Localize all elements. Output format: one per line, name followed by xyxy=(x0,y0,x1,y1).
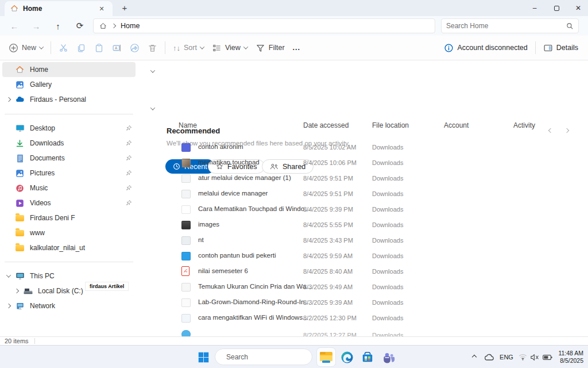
taskbar-store[interactable] xyxy=(358,348,377,366)
file-row[interactable]: atur melalui device manager (1) 8/4/2025… xyxy=(173,171,581,186)
file-name: atur melalui device manager (1) xyxy=(198,174,291,181)
file-row[interactable]: contoh pantun budi pekerti 8/4/2025 9:59… xyxy=(173,248,581,264)
cut-button[interactable] xyxy=(55,39,72,57)
wifi-icon[interactable] xyxy=(517,346,528,368)
collapse-chevron-icon[interactable] xyxy=(6,273,11,277)
volume-muted-icon[interactable] xyxy=(528,346,541,368)
carousel-left-icon[interactable] xyxy=(546,125,556,136)
sidebar-item-folder[interactable]: kalkulator_nilai_ut xyxy=(2,240,136,255)
file-location: Downloads xyxy=(372,206,403,213)
search-input[interactable] xyxy=(446,22,566,30)
recommended-collapse-chevron[interactable] xyxy=(148,67,157,76)
start-button[interactable] xyxy=(194,348,212,366)
tab-close-icon[interactable]: ✕ xyxy=(96,3,107,14)
sidebar-item-home[interactable]: Home xyxy=(2,62,136,77)
recent-collapse-chevron[interactable] xyxy=(148,104,157,113)
file-row[interactable]: mematikan touchpad 8/4/2025 10:06 PM Dow… xyxy=(173,155,581,171)
sidebar-item-documents[interactable]: Documents xyxy=(2,151,136,166)
file-date: 8/5/2025 10:02 AM xyxy=(303,144,356,151)
minimize-button[interactable]: – xyxy=(523,0,546,16)
sidebar-item-music[interactable]: Music xyxy=(2,181,136,195)
breadcrumb-chevron-icon xyxy=(111,24,116,28)
sidebar-item-network[interactable]: Network xyxy=(2,298,136,313)
column-header-activity[interactable]: Activity xyxy=(513,121,535,129)
close-button[interactable]: ✕ xyxy=(567,0,588,16)
expand-chevron-icon[interactable] xyxy=(14,289,19,293)
file-date: 8/2/2025 12:30 PM xyxy=(303,315,357,321)
sidebar-item-folder[interactable]: Firdaus Deni F xyxy=(2,210,136,225)
file-name: images xyxy=(198,221,219,228)
paste-button[interactable] xyxy=(90,39,108,57)
file-row[interactable]: Temukan Ukuran Cincin Pria dan Wa... 8/3… xyxy=(173,279,581,295)
details-button[interactable]: Details xyxy=(539,39,582,57)
sidebar-item-pictures[interactable]: Pictures xyxy=(2,166,136,181)
copy-button[interactable] xyxy=(72,39,90,57)
rename-button[interactable]: A xyxy=(108,39,126,57)
sidebar-item-videos[interactable]: Videos xyxy=(2,195,136,210)
column-header-file-location[interactable]: File location xyxy=(372,121,409,129)
column-header-account[interactable]: Account xyxy=(444,121,469,129)
view-icon xyxy=(212,43,222,53)
clock[interactable]: 11:48 AM 8/5/2025 xyxy=(547,346,583,368)
forward-button[interactable]: → xyxy=(29,18,44,33)
taskbar-search[interactable] xyxy=(215,348,312,365)
sidebar-item-folder[interactable]: www xyxy=(2,225,136,240)
file-name: contoh pantun budi pekerti xyxy=(198,252,276,259)
file-row[interactable]: 8/2/2025 12:27 PM Downloads xyxy=(173,329,581,336)
sidebar-item-label: Firdaus - Personal xyxy=(30,95,86,103)
file-row[interactable]: nt 8/4/2025 3:43 PM Downloads xyxy=(173,233,581,248)
tray-chevron-up-icon[interactable] xyxy=(468,346,481,368)
file-row[interactable]: Cara Mematikan Touchpad di Windo... 8/4/… xyxy=(173,202,581,217)
file-date: 8/4/2025 5:55 PM xyxy=(303,221,353,228)
file-thumbnail xyxy=(181,143,191,152)
sidebar-item-gallery[interactable]: Gallery xyxy=(2,77,136,92)
column-header-name[interactable]: Name xyxy=(179,121,197,129)
new-button[interactable]: New xyxy=(5,39,47,57)
address-bar[interactable]: Home xyxy=(93,18,435,33)
sidebar-item-downloads[interactable]: Downloads xyxy=(2,136,136,151)
delete-button[interactable] xyxy=(144,39,161,57)
file-row[interactable]: cara mengaktifkan WiFi di Windows... 8/2… xyxy=(173,310,581,326)
taskbar-teams[interactable] xyxy=(379,348,397,366)
back-button[interactable]: ← xyxy=(7,18,22,33)
file-row[interactable]: Lab-Grown-Diamond-Ring-Round-In... 8/3/2… xyxy=(173,295,581,310)
view-button[interactable]: View xyxy=(208,39,252,57)
pin-icon xyxy=(126,125,132,131)
trash-icon xyxy=(148,43,157,53)
expand-chevron-icon[interactable] xyxy=(6,97,11,102)
breadcrumb[interactable]: Home xyxy=(121,22,140,30)
disk-drive-icon xyxy=(23,286,33,296)
account-disconnected-button[interactable]: Account disconnected xyxy=(440,39,531,57)
sort-button[interactable]: ↑↓ Sort xyxy=(169,39,208,57)
file-row[interactable]: images 8/4/2025 5:55 PM Downloads xyxy=(173,217,581,233)
file-row[interactable]: contoh akronim 8/5/2025 10:02 AM Downloa… xyxy=(173,140,581,155)
file-row[interactable]: melalui device manager 8/4/2025 9:51 PM … xyxy=(173,186,581,202)
home-icon xyxy=(10,5,18,13)
language-indicator[interactable]: ENG xyxy=(498,346,514,368)
maximize-button[interactable] xyxy=(545,0,568,16)
sidebar-item-label: Firdaus Deni F xyxy=(30,214,75,222)
taskbar-edge[interactable] xyxy=(338,348,356,366)
column-header-date-accessed[interactable]: Date accessed xyxy=(303,121,349,129)
share-button[interactable] xyxy=(126,39,144,57)
carousel-right-icon[interactable] xyxy=(562,125,572,136)
sidebar-item-label: Documents xyxy=(30,154,65,162)
file-row[interactable]: nilai semeseter 6 8/4/2025 8:40 AM Downl… xyxy=(173,264,581,279)
refresh-button[interactable]: ⟳ xyxy=(72,18,87,33)
taskbar-file-explorer[interactable] xyxy=(317,348,335,366)
expand-chevron-icon[interactable] xyxy=(6,304,11,308)
new-tab-button[interactable]: + xyxy=(118,2,131,15)
pictures-icon xyxy=(15,168,25,178)
file-date: 8/4/2025 3:43 PM xyxy=(303,237,353,244)
up-button[interactable]: ↑ xyxy=(51,18,65,33)
file-location: Downloads xyxy=(372,159,403,166)
onedrive-tray-icon[interactable] xyxy=(482,346,496,368)
taskbar-search-input[interactable] xyxy=(226,353,315,361)
sidebar-item-desktop[interactable]: Desktop xyxy=(2,121,136,136)
file-name: nt xyxy=(198,236,204,243)
sidebar-item-onedrive[interactable]: Firdaus - Personal xyxy=(2,92,136,107)
filter-button[interactable]: Filter xyxy=(252,39,289,57)
more-options-button[interactable]: ... xyxy=(289,39,304,57)
file-thumbnail xyxy=(181,221,191,229)
tab-home[interactable]: Home ✕ xyxy=(5,1,113,16)
